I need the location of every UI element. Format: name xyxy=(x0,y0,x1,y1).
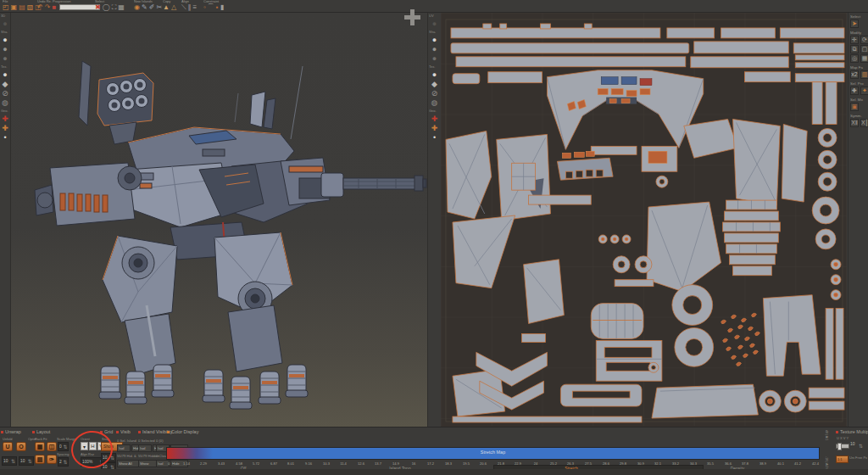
island-brush-icon[interactable]: ◉ xyxy=(134,3,140,11)
section-title: Texture Multiplie xyxy=(840,429,868,434)
shaded-toggle[interactable]: ● xyxy=(1,36,9,44)
scissors-icon[interactable]: ✂ xyxy=(156,3,162,11)
ratio-1-1-button[interactable]: 1:1 xyxy=(836,455,849,463)
flat-toggle[interactable]: ● xyxy=(1,54,9,63)
grid-map-toggle[interactable]: ⊘ xyxy=(1,89,9,98)
edge-constraint-icon[interactable]: ▪ xyxy=(216,3,219,11)
sidebar-section-label: Modify xyxy=(850,31,860,33)
viewport-mode-button[interactable]: ● xyxy=(1,20,9,28)
sidebar-chip-icon[interactable]: ▥ xyxy=(860,70,868,79)
grid-select-icon[interactable]: ▦ xyxy=(118,3,125,11)
lasso-icon[interactable]: ◯ xyxy=(103,3,110,11)
pack-fit-button[interactable]: ◫ xyxy=(47,442,57,451)
rotate-shortcut-labels: 48 | A/1-18 | A/5% xyxy=(824,430,834,469)
menu-undo-re-progression[interactable]: Undo Re. Progression xyxy=(37,0,70,3)
rizomuv-window: File◰▣▤▧◫Undo Re. Progression↶↷■Select✖◯… xyxy=(0,0,868,475)
unfold-button[interactable]: U xyxy=(3,442,13,451)
sidebar-ysym-icon[interactable]: X⎮ xyxy=(860,119,868,127)
sidebar-plus-icon[interactable]: ✚ xyxy=(850,87,859,95)
weld-pen-icon[interactable]: ✐ xyxy=(149,3,155,11)
paste-stamp-icon[interactable]: △ xyxy=(171,3,176,11)
stretch-gradient-bar[interactable]: Stretch Map xyxy=(166,447,820,460)
seams-toggle[interactable]: ✚ xyxy=(1,115,9,123)
open-project-icon[interactable]: ◰ xyxy=(3,3,9,11)
uv-grid-toggle[interactable]: ◍ xyxy=(1,98,9,107)
grid-map-toggle[interactable]: ⊘ xyxy=(431,89,439,98)
unwrap-section: Unwrap Unfold Optim U O 10⇅ 10⇅ xyxy=(0,428,31,470)
orient-dropdown[interactable]: ▾ xyxy=(81,442,88,450)
shaded-toggle[interactable]: ● xyxy=(431,36,439,44)
texture-toggle[interactable]: ● xyxy=(431,70,439,79)
checker-toggle[interactable]: ◆ xyxy=(1,80,9,88)
margin-spinner[interactable]: 0⇅ xyxy=(58,442,69,451)
sidebar-ring-icon[interactable]: ◎ xyxy=(850,54,859,63)
grid-x-spinner[interactable]: 10⇅ xyxy=(101,453,116,462)
deselect-icon[interactable]: ✖ xyxy=(95,3,101,11)
menu-align[interactable]: Align xyxy=(181,0,189,3)
menu-copy[interactable]: Copy xyxy=(163,0,170,3)
sidebar-patch-icon[interactable]: ▣ xyxy=(850,103,859,111)
save-icon[interactable]: ▤ xyxy=(19,3,25,11)
texel-density-slider[interactable] xyxy=(836,444,849,449)
visibility-count: 0 Sel. Island xyxy=(117,439,136,443)
menu-constraint[interactable]: Constraint xyxy=(203,0,219,3)
rect-select-icon[interactable]: ⛶ xyxy=(112,3,117,11)
pan-widget-icon[interactable] xyxy=(404,9,420,25)
stop-icon[interactable]: ■ xyxy=(52,3,56,11)
sidebar-grid-icon[interactable]: ▦ xyxy=(860,54,868,63)
sidebar-rotate-icon[interactable]: ⟳ xyxy=(860,36,868,44)
unfold-iterations-spinner[interactable]: 10⇅ xyxy=(2,456,17,466)
viewport3d-toggle-strip: 3D●Sha.●●●Tex.●◆⊘◍Geo.✚✚• xyxy=(0,12,11,427)
spacing-spinner[interactable]: 2⇅ xyxy=(58,457,69,467)
section-marker xyxy=(1,431,3,433)
undo-icon[interactable]: ↶ xyxy=(37,3,43,11)
viewport-3d[interactable] xyxy=(11,12,427,427)
menu-select[interactable]: Select xyxy=(95,0,104,3)
viewport-mode-button[interactable]: ● xyxy=(431,20,439,28)
visibility-button-isol[interactable]: Isol xyxy=(117,444,131,452)
rotate-shortcut-label[interactable]: 48 | A/1 xyxy=(824,430,828,440)
flat-toggle[interactable]: ● xyxy=(431,54,439,63)
wireframe-toggle[interactable]: ● xyxy=(1,45,9,53)
viewport-uv[interactable] xyxy=(441,12,847,427)
texel-stepper[interactable]: ⇅ xyxy=(859,443,863,449)
pack-group-button[interactable]: ▤ xyxy=(35,455,45,464)
save-as-icon[interactable]: ▧ xyxy=(27,3,34,11)
texture-toggle[interactable]: ● xyxy=(1,70,9,79)
uv-grid-toggle[interactable]: ◍ xyxy=(431,98,439,107)
pin-icon[interactable]: ◦ xyxy=(203,3,206,11)
arc-constraint-icon[interactable]: ⌒ xyxy=(208,3,214,11)
sidebar-move-icon[interactable]: ✛ xyxy=(850,36,859,44)
cuts-toggle[interactable]: ✚ xyxy=(1,124,9,132)
seams-toggle[interactable]: ✚ xyxy=(431,115,439,123)
copy-stamp-icon[interactable]: ▲ xyxy=(163,3,170,11)
align-diag-icon[interactable]: ⟍ xyxy=(181,3,186,11)
pack-button[interactable]: ▦ xyxy=(35,442,45,451)
cut-pen-icon[interactable]: ✎ xyxy=(142,3,147,11)
pack-brush-button[interactable]: ✑ xyxy=(47,455,57,464)
rotate-shortcut-label[interactable]: -18 | A/5% xyxy=(824,456,828,469)
sidebar-star-icon[interactable]: ✦ xyxy=(860,87,868,95)
checker-toggle[interactable]: ◆ xyxy=(431,80,439,88)
visibility-button-isol[interactable]: Isol xyxy=(138,444,152,452)
cuts-toggle[interactable]: ✚ xyxy=(431,124,439,132)
menu-new-islands[interactable]: New Islands xyxy=(134,0,153,3)
align-horiz-icon[interactable]: ≡ xyxy=(193,3,198,11)
rail-constraint-icon[interactable]: ▮ xyxy=(220,3,224,11)
points-toggle[interactable]: • xyxy=(431,133,439,142)
wireframe-toggle[interactable]: ● xyxy=(431,45,439,53)
viewportuv-toggle-strip: UV●Sha.●●●Tex.●◆⊘◍Geo.✚✚• xyxy=(427,12,442,427)
redo-icon[interactable]: ↷ xyxy=(45,3,51,11)
optim-button[interactable]: O xyxy=(16,442,26,451)
align-vert-icon[interactable]: ∥ xyxy=(188,3,192,11)
sidebar-x2chip-icon[interactable]: x2 xyxy=(850,70,859,79)
points-toggle[interactable]: • xyxy=(1,133,9,142)
sidebar-pointer-icon[interactable]: ➤ xyxy=(850,20,859,28)
import-icon[interactable]: ▣ xyxy=(11,3,18,11)
section-title: Color Display xyxy=(171,429,198,434)
sidebar-xsym-icon[interactable]: X‖ xyxy=(850,119,859,127)
sidebar-box-icon[interactable]: ▢ xyxy=(860,45,868,53)
orient-h-toggle[interactable]: H xyxy=(89,442,97,450)
sidebar-scale-icon[interactable]: ⧉ xyxy=(850,45,859,53)
menu-file[interactable]: File xyxy=(3,0,8,3)
